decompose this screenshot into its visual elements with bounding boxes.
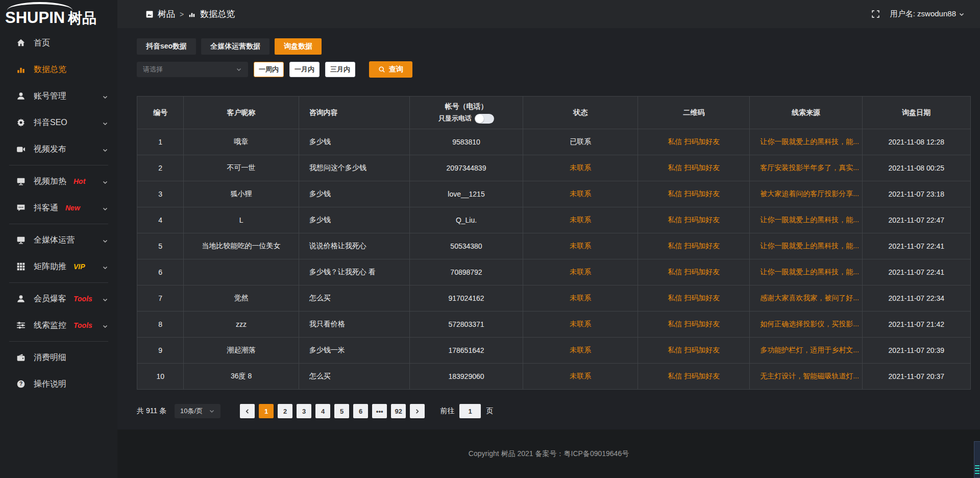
sidebar-item-data-overview[interactable]: 数据总览 bbox=[0, 56, 117, 83]
cell-nickname: zzz bbox=[184, 312, 299, 338]
page-button-4[interactable]: 4 bbox=[315, 404, 330, 418]
cell-date: 2021-11-08 12:28 bbox=[862, 129, 970, 155]
source-link[interactable]: 感谢大家喜欢我家，被问了好... bbox=[750, 285, 862, 312]
goto-page-input[interactable]: 1 bbox=[459, 404, 481, 418]
cell-no: 6 bbox=[137, 259, 184, 285]
phone-only-toggle[interactable] bbox=[475, 114, 494, 124]
sidebar-item-media-operation[interactable]: 全媒体运营 bbox=[0, 227, 117, 253]
qrcode-link[interactable]: 私信 扫码加好友 bbox=[638, 155, 750, 181]
source-link[interactable]: 无主灯设计，智能磁吸轨道灯... bbox=[750, 364, 862, 390]
page-button-3[interactable]: 3 bbox=[297, 404, 311, 418]
cell-nickname: 不可一世 bbox=[184, 155, 299, 181]
sidebar-item-clue-monitor[interactable]: 线索监控Tools bbox=[0, 312, 117, 339]
prev-page-button[interactable] bbox=[240, 404, 255, 418]
sidebar-item-video-heat[interactable]: 视频加热Hot bbox=[0, 168, 117, 195]
source-link[interactable]: 多功能护栏灯，适用于乡村文... bbox=[750, 338, 862, 364]
top-header: 树品 > 数据总览 用户名: zswodun88 bbox=[117, 0, 980, 28]
period-button-0[interactable]: 一周内 bbox=[254, 62, 284, 77]
search-icon bbox=[378, 66, 385, 73]
cell-content: 多少钱？让我死心 看 bbox=[299, 259, 409, 285]
source-link[interactable]: 让你一眼就爱上的黑科技，能... bbox=[750, 207, 862, 233]
cell-no: 10 bbox=[137, 364, 184, 390]
cell-date: 2021-11-07 22:34 bbox=[862, 285, 970, 312]
page-ellipsis-button[interactable]: ••• bbox=[372, 404, 387, 418]
qrcode-link[interactable]: 私信 扫码加好友 bbox=[638, 338, 750, 364]
app-root: SHUPIN 树品 首页数据总览账号管理抖音SEO视频发布视频加热Hot抖客通N… bbox=[0, 0, 980, 478]
qrcode-link[interactable]: 私信 扫码加好友 bbox=[638, 364, 750, 390]
qrcode-link[interactable]: 私信 扫码加好友 bbox=[638, 181, 750, 207]
content-area: 抖音seo数据全媒体运营数据询盘数据 请选择 一周内一月内三月内 查询 bbox=[117, 28, 980, 429]
chevron-down-icon bbox=[959, 11, 965, 17]
status-badge: 未联系 bbox=[523, 233, 638, 259]
query-button[interactable]: 查询 bbox=[369, 61, 412, 78]
status-badge: 未联系 bbox=[523, 207, 638, 233]
page-button-6[interactable]: 6 bbox=[353, 404, 368, 418]
logo-text-en: SHUPIN bbox=[5, 10, 65, 26]
fullscreen-icon[interactable] bbox=[871, 10, 880, 18]
cell-account: 183929060 bbox=[409, 364, 523, 390]
sidebar-item-operation-guide[interactable]: ?操作说明 bbox=[0, 371, 117, 397]
sidebar-item-douketong[interactable]: 抖客通New bbox=[0, 195, 117, 221]
sidebar-item-member-baoke[interactable]: 会员爆客Tools bbox=[0, 285, 117, 312]
cell-no: 9 bbox=[137, 338, 184, 364]
table-row: 2不可一世我想问这个多少钱2097344839未联系私信 扫码加好友客厅安装投影… bbox=[137, 155, 971, 181]
cell-account: Q_Liu. bbox=[409, 207, 523, 233]
period-button-2[interactable]: 三月内 bbox=[325, 62, 355, 77]
sidebar-divider bbox=[9, 165, 108, 165]
chevron-down-icon bbox=[102, 119, 108, 126]
data-tabs: 抖音seo数据全媒体运营数据询盘数据 bbox=[137, 38, 971, 55]
qrcode-link[interactable]: 私信 扫码加好友 bbox=[638, 285, 750, 312]
sidebar-item-matrix-boost[interactable]: 矩阵助推VIP bbox=[0, 253, 117, 280]
home-icon bbox=[16, 38, 26, 47]
breadcrumb-item-home[interactable]: 树品 bbox=[158, 8, 175, 20]
page-button-2[interactable]: 2 bbox=[278, 404, 292, 418]
next-page-button[interactable] bbox=[410, 404, 425, 418]
cell-content: 多少钱 bbox=[299, 207, 409, 233]
page-size-value: 10条/页 bbox=[180, 407, 203, 416]
sidebar-item-home[interactable]: 首页 bbox=[0, 30, 117, 56]
page-button-5[interactable]: 5 bbox=[334, 404, 349, 418]
source-link[interactable]: 让你一眼就爱上的黑科技，能... bbox=[750, 129, 862, 155]
sidebar-item-video-publish[interactable]: 视频发布 bbox=[0, 136, 117, 162]
col-nickname: 客户昵称 bbox=[184, 97, 299, 129]
tab-1[interactable]: 全媒体运营数据 bbox=[201, 38, 270, 55]
sidebar-item-badge: New bbox=[65, 204, 80, 212]
chevron-down-icon bbox=[102, 296, 108, 302]
cell-date: 2021-11-08 00:25 bbox=[862, 155, 970, 181]
page-button-1[interactable]: 1 bbox=[259, 404, 274, 418]
qrcode-link[interactable]: 私信 扫码加好友 bbox=[638, 259, 750, 285]
video-icon bbox=[16, 145, 26, 154]
source-link[interactable]: 让你一眼就爱上的黑科技，能... bbox=[750, 259, 862, 285]
period-button-1[interactable]: 一月内 bbox=[289, 62, 320, 77]
tab-2[interactable]: 询盘数据 bbox=[275, 38, 322, 55]
filter-select[interactable]: 请选择 bbox=[137, 62, 248, 77]
cell-nickname: 哦章 bbox=[184, 129, 299, 155]
qrcode-link[interactable]: 私信 扫码加好友 bbox=[638, 233, 750, 259]
qrcode-link[interactable]: 私信 扫码加好友 bbox=[638, 207, 750, 233]
filter-select-placeholder: 请选择 bbox=[143, 65, 163, 74]
sidebar-item-account-manage[interactable]: 账号管理 bbox=[0, 83, 117, 109]
monitor-icon bbox=[16, 177, 26, 186]
cell-account: 2097344839 bbox=[409, 155, 523, 181]
qrcode-link[interactable]: 私信 扫码加好友 bbox=[638, 129, 750, 155]
source-link[interactable]: 客厅安装投影半年多了，真实... bbox=[750, 155, 862, 181]
sidebar-item-label: 视频加热 bbox=[34, 176, 66, 187]
username-dropdown[interactable]: 用户名: zswodun88 bbox=[890, 9, 965, 19]
source-link[interactable]: 如何正确选择投影仪，买投影... bbox=[750, 312, 862, 338]
source-link[interactable]: 被大家追着问的客厅投影分享... bbox=[750, 181, 862, 207]
main-area: 树品 > 数据总览 用户名: zswodun88 bbox=[117, 0, 980, 478]
chevron-down-icon bbox=[102, 178, 108, 184]
logo-arc bbox=[7, 2, 72, 10]
app-logo: SHUPIN 树品 bbox=[0, 0, 117, 27]
chevron-down-icon bbox=[102, 237, 108, 243]
page-size-select[interactable]: 10条/页 bbox=[175, 404, 220, 418]
source-link[interactable]: 让你一眼就爱上的黑科技，能... bbox=[750, 233, 862, 259]
pagination: 共 911 条 10条/页 123456•••92 前往 1 页 bbox=[137, 404, 971, 418]
breadcrumb-item-current: 数据总览 bbox=[200, 8, 235, 20]
tab-0[interactable]: 抖音seo数据 bbox=[137, 38, 196, 55]
sidebar-item-expense-detail[interactable]: 消费明细 bbox=[0, 344, 117, 371]
cell-nickname: 觉然 bbox=[184, 285, 299, 312]
sidebar-item-douyin-seo[interactable]: 抖音SEO bbox=[0, 109, 117, 136]
page-button-92[interactable]: 92 bbox=[391, 404, 406, 418]
qrcode-link[interactable]: 私信 扫码加好友 bbox=[638, 312, 750, 338]
